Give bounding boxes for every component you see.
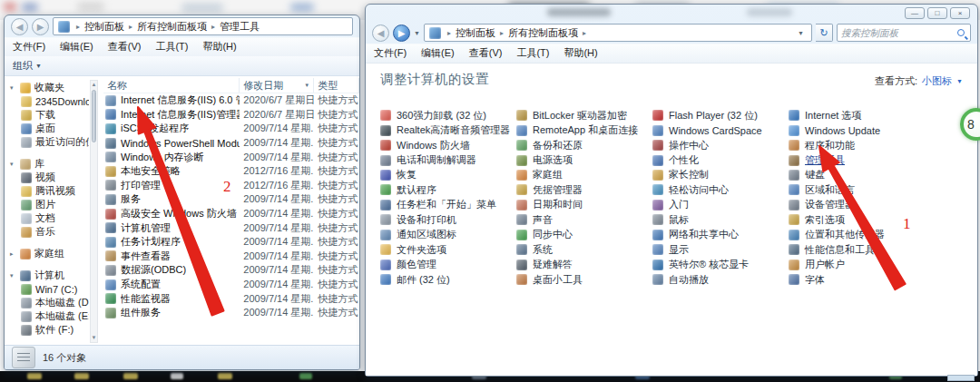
- tree-expander-icon[interactable]: ▾: [10, 161, 16, 168]
- table-row[interactable]: 性能监视器2009/7/14 星期...快捷方式: [103, 291, 359, 306]
- table-row[interactable]: 本地安全策略2012/7/16 星期...快捷方式: [103, 164, 359, 179]
- forward-button[interactable]: ▶: [32, 18, 49, 35]
- breadcrumb-segment[interactable]: 控制面板: [84, 20, 124, 34]
- back-button[interactable]: ◀: [372, 24, 389, 42]
- sidebar-item[interactable]: 视频: [6, 171, 89, 184]
- control-panel-item[interactable]: 任务栏和「开始」菜单: [380, 198, 516, 212]
- table-row[interactable]: Internet 信息服务(IIS) 6.0 管理器2020/6/7 星期日 .…: [103, 93, 359, 108]
- table-row[interactable]: 数据源(ODBC)2009/7/14 星期...快捷方式: [103, 263, 359, 278]
- breadcrumb-segment[interactable]: 所有控制面板项: [137, 20, 207, 34]
- close-button[interactable]: ×: [950, 7, 970, 19]
- sidebar-item[interactable]: 音乐: [6, 225, 89, 239]
- menu-item-4[interactable]: 帮助(H): [564, 46, 597, 60]
- menu-item-3[interactable]: 工具(T): [516, 46, 549, 60]
- control-panel-item[interactable]: 电源选项: [516, 152, 652, 167]
- control-panel-item[interactable]: 日期和时间: [516, 198, 652, 212]
- control-panel-item[interactable]: 备份和还原: [516, 138, 652, 152]
- tree-expander-icon[interactable]: ▾: [10, 272, 16, 279]
- control-panel-item[interactable]: 系统: [516, 242, 652, 257]
- search-input[interactable]: [841, 27, 957, 38]
- control-panel-item[interactable]: 键盘: [789, 168, 925, 182]
- menu-item-2[interactable]: 查看(V): [108, 40, 142, 54]
- recent-pages-icon[interactable]: ▼: [414, 30, 420, 36]
- scroll-down-icon[interactable]: ▼: [91, 334, 97, 342]
- control-panel-item[interactable]: 文件夹选项: [380, 242, 516, 257]
- sidebar-item[interactable]: 2345Download: [6, 94, 89, 108]
- column-header-date[interactable]: 修改日期▼: [240, 78, 314, 93]
- control-panel-item[interactable]: Flash Player (32 位): [652, 108, 789, 122]
- sidebar-item[interactable]: 本地磁盘 (D:): [6, 296, 89, 309]
- minimize-button[interactable]: —: [905, 7, 925, 19]
- organize-button[interactable]: 组织: [13, 59, 33, 73]
- control-panel-item[interactable]: 同步中心: [516, 228, 652, 242]
- table-row[interactable]: 组件服务2009/7/14 星期...快捷方式: [103, 306, 359, 320]
- scroll-up-icon[interactable]: ▲: [91, 81, 97, 89]
- address-bar[interactable]: ▸控制面板▸所有控制面板项▸管理工具: [53, 17, 353, 35]
- sidebar-item[interactable]: 文档: [6, 211, 89, 225]
- tree-expander-icon[interactable]: ▾: [10, 84, 16, 92]
- control-panel-item[interactable]: 英特尔® 核芯显卡: [652, 257, 789, 271]
- table-row[interactable]: 事件查看器2009/7/14 星期...快捷方式: [103, 250, 359, 264]
- control-panel-item[interactable]: 管理工具: [789, 152, 925, 167]
- control-panel-item[interactable]: 轻松访问中心: [652, 182, 789, 197]
- title-bar[interactable]: — □ ×: [366, 5, 977, 22]
- control-panel-item[interactable]: 个性化: [652, 152, 789, 167]
- control-panel-item[interactable]: RemoteApp 和桌面连接: [516, 122, 652, 137]
- scrollbar-thumb[interactable]: [92, 90, 96, 142]
- control-panel-item[interactable]: 声音: [516, 212, 652, 227]
- table-row[interactable]: iSCSI 发起程序2009/7/14 星期...快捷方式: [103, 122, 359, 136]
- control-panel-item[interactable]: 360强力卸载 (32 位): [380, 108, 516, 122]
- control-panel-item[interactable]: 字体: [789, 272, 925, 287]
- sidebar-group-库[interactable]: ▾库: [6, 157, 89, 171]
- sidebar-item[interactable]: 桌面: [6, 122, 89, 135]
- control-panel-item[interactable]: 操作中心: [652, 138, 789, 152]
- table-row[interactable]: Internet 信息服务(IIS)管理器2020/6/7 星期日 ...快捷方…: [103, 108, 359, 122]
- control-panel-item[interactable]: 设备管理器: [789, 198, 925, 212]
- control-panel-item[interactable]: 性能信息和工具: [789, 242, 925, 257]
- view-mode-link[interactable]: 小图标: [922, 74, 952, 88]
- control-panel-item[interactable]: 网络和共享中心: [652, 228, 789, 242]
- control-panel-item[interactable]: 用户帐户: [789, 257, 925, 271]
- sidebar-item[interactable]: Win7 (C:): [6, 282, 89, 296]
- control-panel-item[interactable]: 桌面小工具: [516, 272, 652, 287]
- back-button[interactable]: ◀: [11, 18, 28, 35]
- menu-item-2[interactable]: 查看(V): [469, 46, 503, 60]
- column-header-name[interactable]: 名称: [103, 78, 240, 93]
- control-panel-item[interactable]: 区域和语言: [789, 182, 925, 197]
- control-panel-item[interactable]: Internet 选项: [789, 108, 925, 122]
- control-panel-item[interactable]: 索引选项: [789, 212, 925, 227]
- menu-item-0[interactable]: 文件(F): [374, 46, 407, 60]
- control-panel-item[interactable]: 电话和调制解调器: [380, 152, 516, 167]
- sidebar-group-家庭组[interactable]: ▸家庭组: [6, 247, 89, 260]
- sidebar-item[interactable]: 腾讯视频: [6, 184, 89, 198]
- control-panel-item[interactable]: 家长控制: [652, 168, 789, 182]
- control-panel-item[interactable]: 入门: [652, 198, 789, 212]
- control-panel-item[interactable]: 家庭组: [516, 168, 652, 182]
- menu-item-0[interactable]: 文件(F): [13, 40, 45, 54]
- table-row[interactable]: 高级安全 Windows 防火墙2009/7/14 星期...快捷方式: [103, 207, 359, 221]
- control-panel-item[interactable]: 设备和打印机: [380, 212, 516, 227]
- taskbar-clock[interactable]: [947, 375, 975, 381]
- search-box[interactable]: [837, 24, 971, 42]
- menu-item-1[interactable]: 编辑(E): [421, 46, 455, 60]
- menu-item-4[interactable]: 帮助(H): [202, 40, 236, 54]
- table-row[interactable]: 服务2009/7/14 星期...快捷方式: [103, 192, 359, 207]
- table-row[interactable]: Windows PowerShell Modules2009/7/14 星期..…: [103, 136, 359, 151]
- control-panel-item[interactable]: 程序和功能: [789, 138, 925, 152]
- control-panel-item[interactable]: 恢复: [380, 168, 516, 182]
- control-panel-item[interactable]: 疑难解答: [516, 257, 652, 271]
- menu-item-3[interactable]: 工具(T): [155, 40, 188, 54]
- sidebar-item[interactable]: 下载: [6, 108, 89, 122]
- sidebar-item[interactable]: 软件 (F:): [6, 323, 89, 337]
- control-panel-item[interactable]: 凭据管理器: [516, 182, 652, 197]
- sidebar-group-收藏夹[interactable]: ▾收藏夹: [6, 81, 89, 94]
- control-panel-item[interactable]: 显示: [652, 242, 789, 257]
- address-bar[interactable]: ▸控制面板▸所有控制面板项▸ ▼: [424, 24, 812, 42]
- table-row[interactable]: Windows 内存诊断2009/7/14 星期...快捷方式: [103, 150, 359, 164]
- control-panel-item[interactable]: 鼠标: [652, 212, 789, 227]
- control-panel-item[interactable]: 颜色管理: [380, 257, 516, 271]
- tree-expander-icon[interactable]: ▸: [10, 250, 16, 258]
- breadcrumb-segment[interactable]: 所有控制面板项: [508, 26, 578, 40]
- control-panel-item[interactable]: Windows CardSpace: [652, 122, 789, 137]
- table-row[interactable]: 计算机管理2009/7/14 星期...快捷方式: [103, 220, 359, 235]
